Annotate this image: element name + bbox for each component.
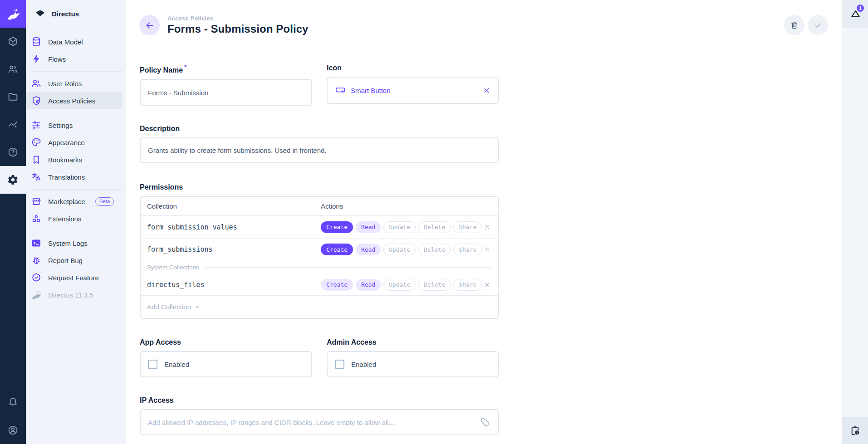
bookmark-icon <box>31 154 42 165</box>
rabbit-gray-icon <box>31 289 42 300</box>
extension-icon <box>31 213 42 224</box>
avatar-icon <box>7 424 19 436</box>
permission-row: directus_filesCreateReadUpdateDeleteShar… <box>141 274 498 295</box>
delete-button[interactable] <box>784 15 804 35</box>
close-icon <box>483 281 491 288</box>
admin-access-checkbox[interactable] <box>335 360 344 369</box>
remove-collection-button[interactable] <box>483 223 491 231</box>
module-users[interactable] <box>0 55 26 83</box>
sidebar-item-version[interactable]: Directus 11.3.5 <box>26 286 123 303</box>
sidebar-item-translations[interactable]: Translations <box>26 168 123 185</box>
action-chip-delete[interactable]: Delete <box>418 244 451 255</box>
action-chips: CreateReadUpdateDeleteShare <box>321 221 482 233</box>
breadcrumb[interactable]: Access Policies <box>167 15 309 22</box>
app-access-label: App Access <box>140 338 312 347</box>
module-insights[interactable] <box>0 111 26 138</box>
module-notifications[interactable] <box>0 388 26 416</box>
sidebar-item-data-model[interactable]: Data Model <box>26 33 123 50</box>
project-header[interactable]: Directus <box>26 0 126 28</box>
action-chip-create[interactable]: Create <box>321 221 353 233</box>
box-icon <box>7 36 19 47</box>
policy-name-input[interactable] <box>140 79 312 106</box>
page-header: Access Policies Forms - Submission Polic… <box>126 0 842 35</box>
add-collection-label: Add Collection <box>147 303 191 311</box>
terminal-icon <box>31 238 42 249</box>
sidebar-item-marketplace[interactable]: MarketplaceBeta <box>26 193 123 210</box>
sidebar-item-system-logs[interactable]: System Logs <box>26 234 123 252</box>
activity-button[interactable] <box>842 417 868 444</box>
shield-badge-icon <box>31 95 42 106</box>
sidebar-item-label: Request Feature <box>48 274 99 282</box>
action-chip-create[interactable]: Create <box>321 244 353 255</box>
module-bar-bottom <box>0 388 26 444</box>
action-chip-update[interactable]: Update <box>383 221 416 233</box>
notifications-button[interactable]: 1 <box>842 0 868 28</box>
description-input[interactable]: Grants ability to create form submission… <box>140 137 499 163</box>
bell-icon <box>7 396 19 408</box>
description-label: Description <box>140 124 499 133</box>
palette-icon <box>31 137 42 148</box>
ip-access-input[interactable] <box>148 410 480 434</box>
required-mark: * <box>184 63 186 70</box>
action-chip-delete[interactable]: Delete <box>418 279 451 291</box>
sidebar-item-user-roles[interactable]: User Roles <box>26 75 123 92</box>
module-content[interactable] <box>0 28 26 55</box>
gear-icon <box>7 174 19 185</box>
sidebar-item-appearance[interactable]: Appearance <box>26 134 123 151</box>
sidebar-item-access-policies[interactable]: Access Policies <box>26 92 123 109</box>
sidebar-item-report-bug[interactable]: Report Bug <box>26 252 123 269</box>
main-content: Access Policies Forms - Submission Polic… <box>126 0 842 444</box>
sidebar-item-flows[interactable]: Flows <box>26 50 123 68</box>
action-chip-read[interactable]: Read <box>356 221 381 233</box>
module-bar-list <box>0 28 26 194</box>
module-files[interactable] <box>0 83 26 111</box>
permissions-label: Permissions <box>140 183 499 192</box>
action-chip-read[interactable]: Read <box>356 244 381 255</box>
permissions-rows: form_submission_valuesCreateReadUpdateDe… <box>141 216 498 295</box>
remove-collection-button[interactable] <box>483 281 491 288</box>
module-settings[interactable] <box>0 166 26 194</box>
app-access-checkbox[interactable] <box>148 360 157 369</box>
clear-icon-button[interactable] <box>482 86 491 95</box>
action-chip-update[interactable]: Update <box>383 279 416 291</box>
page-title: Forms - Submission Policy <box>167 23 309 35</box>
icon-field: Icon Smart Button <box>327 63 499 106</box>
folder-icon <box>7 91 19 102</box>
directus-logo-button[interactable] <box>0 0 26 28</box>
sidebar-item-label: Access Policies <box>48 97 95 105</box>
action-chip-share[interactable]: Share <box>453 221 482 233</box>
back-button[interactable] <box>139 15 160 35</box>
system-collections-divider: System Collections <box>141 260 498 274</box>
action-chip-read[interactable]: Read <box>356 279 381 291</box>
remove-collection-button[interactable] <box>483 246 491 254</box>
access-row: App Access Enabled Admin Access Enabled <box>140 338 499 377</box>
app-access-field: App Access Enabled <box>140 338 312 377</box>
action-chip-share[interactable]: Share <box>453 279 482 291</box>
sidebar-item-bookmarks[interactable]: Bookmarks <box>26 151 123 168</box>
action-chip-create[interactable]: Create <box>321 279 353 291</box>
add-collection-button[interactable]: Add Collection <box>141 295 498 318</box>
sidebar-item-label: Settings <box>48 122 73 129</box>
sidebar-item-label: Bookmarks <box>48 156 82 164</box>
module-bar <box>0 0 26 444</box>
action-chip-share[interactable]: Share <box>453 244 482 255</box>
sidebar-item-settings[interactable]: Settings <box>26 117 123 134</box>
permission-row: form_submission_valuesCreateReadUpdateDe… <box>141 216 498 238</box>
action-chip-delete[interactable]: Delete <box>418 221 451 233</box>
admin-access-box: Enabled <box>327 351 499 377</box>
sidebar-item-extensions[interactable]: Extensions <box>26 210 123 227</box>
sidebar-item-request-feature[interactable]: Request Feature <box>26 269 123 286</box>
module-account[interactable] <box>0 416 26 444</box>
save-button[interactable] <box>808 15 828 35</box>
project-title: Directus <box>52 10 79 18</box>
ip-access-field: IP Access <box>140 396 499 435</box>
module-docs[interactable] <box>0 138 26 166</box>
permission-row: form_submissionsCreateReadUpdateDeleteSh… <box>141 238 498 260</box>
sidebar-item-label: User Roles <box>48 80 82 88</box>
action-chip-update[interactable]: Update <box>383 244 416 255</box>
people-purple-icon <box>31 78 42 89</box>
header-actions <box>784 15 828 35</box>
icon-input[interactable]: Smart Button <box>327 77 499 104</box>
sidebar-item-label: Marketplace <box>48 198 85 205</box>
system-collections-line <box>205 267 491 268</box>
